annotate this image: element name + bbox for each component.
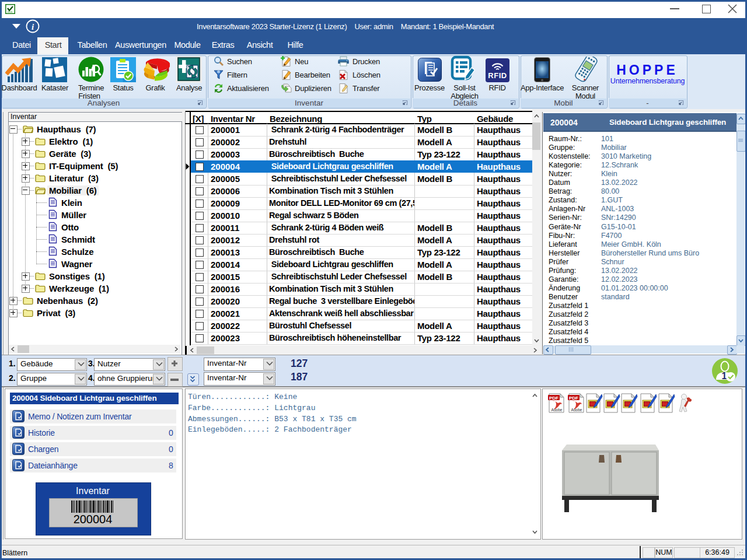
svg-text:Adobe: Adobe bbox=[551, 408, 563, 412]
svg-text:PDF: PDF bbox=[549, 396, 558, 401]
svg-text:Adobe: Adobe bbox=[571, 408, 582, 412]
svg-text:RFID: RFID bbox=[488, 71, 507, 80]
svg-text:PDF: PDF bbox=[569, 396, 578, 401]
svg-text:i: i bbox=[32, 22, 34, 32]
